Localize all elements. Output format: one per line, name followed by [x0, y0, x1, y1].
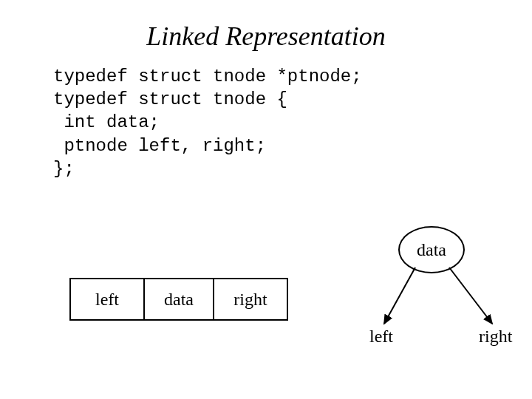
code-block: typedef struct tnode *ptnode; typedef st…: [0, 65, 532, 180]
code-line: };: [53, 159, 75, 179]
tree-node: data: [398, 226, 465, 273]
node-box-left: left: [70, 279, 144, 320]
code-line: typedef struct tnode {: [53, 89, 287, 109]
node-box-data: data: [144, 279, 214, 320]
arrow-left: [384, 267, 415, 324]
code-line: int data;: [53, 112, 160, 132]
tree-right-label: right: [479, 327, 512, 347]
code-line: ptnode left, right;: [53, 136, 266, 156]
node-box: left data right: [69, 278, 288, 321]
node-box-right: right: [214, 279, 287, 320]
code-line: typedef struct tnode *ptnode;: [53, 66, 362, 86]
tree-left-label: left: [369, 327, 393, 347]
arrow-right: [449, 267, 492, 324]
page-title: Linked Representation: [0, 0, 532, 65]
